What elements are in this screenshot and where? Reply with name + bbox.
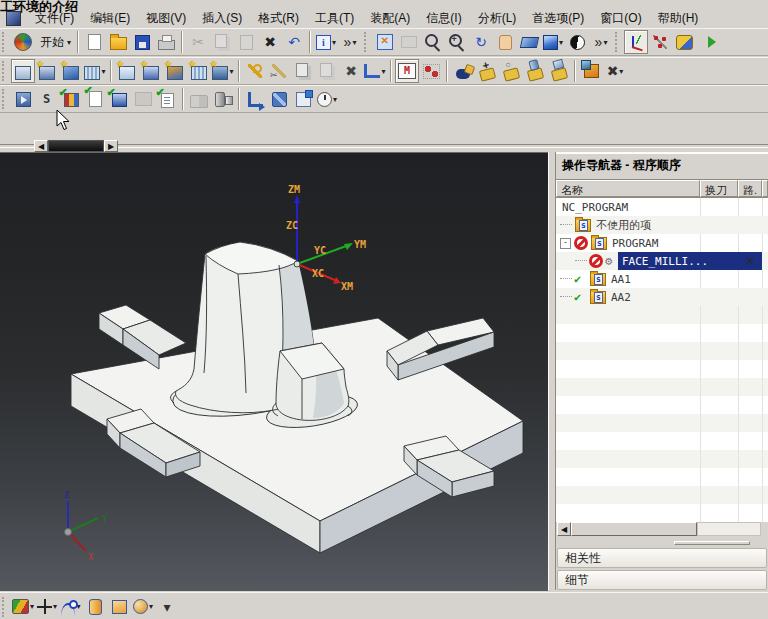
open-file-icon[interactable] xyxy=(106,30,130,54)
create-method-icon-dropdown[interactable]: ▾ xyxy=(101,67,105,76)
scrollbar-piece[interactable]: ◀ ▶ xyxy=(34,140,118,152)
snap-point-icon[interactable]: ▾ xyxy=(11,595,35,619)
information-icon[interactable]: ▾ xyxy=(314,30,338,54)
panel-scroll-left-button[interactable]: ◀ xyxy=(557,522,571,536)
plus-tag-icon[interactable] xyxy=(475,59,499,83)
snap-more-icon[interactable]: ▾ xyxy=(155,595,179,619)
search-tag-icon[interactable] xyxy=(499,59,523,83)
tree-row[interactable]: 不使用的项 xyxy=(556,216,768,234)
create-method-icon[interactable]: ▾ xyxy=(83,59,107,83)
simulate-icon[interactable] xyxy=(107,87,131,111)
section-details[interactable]: 细节 xyxy=(557,570,767,590)
toolbar-overflow-icon-dropdown[interactable]: ▾ xyxy=(352,38,356,47)
pan-icon[interactable] xyxy=(493,30,517,54)
create-geometry-icon[interactable] xyxy=(59,59,83,83)
menu-item-edit[interactable]: 编辑(E) xyxy=(82,8,138,29)
shaded-display-icon[interactable]: ▾ xyxy=(541,30,565,54)
edit-object-icon[interactable] xyxy=(139,59,163,83)
object-path-icon[interactable]: ▾ xyxy=(363,59,387,83)
verify-toolpath-icon[interactable] xyxy=(59,87,83,111)
undo-icon[interactable]: ↶ xyxy=(282,30,306,54)
panel-scroll-thumb[interactable] xyxy=(571,522,697,536)
create-block-icon[interactable] xyxy=(579,59,603,83)
delete-all-icon-dropdown[interactable]: ▾ xyxy=(619,67,623,76)
panel-splitter[interactable] xyxy=(548,152,556,590)
shaded-display-icon-dropdown[interactable]: ▾ xyxy=(559,38,563,47)
create-program-icon[interactable] xyxy=(11,59,35,83)
list-toolpath-icon[interactable] xyxy=(83,87,107,111)
column-header-2[interactable]: 路. xyxy=(738,180,762,197)
constraints-icon[interactable] xyxy=(648,30,672,54)
orient-view-icon[interactable] xyxy=(624,30,648,54)
toolbar-grip[interactable] xyxy=(364,32,370,52)
tool-display-icon[interactable] xyxy=(211,87,235,111)
menu-item-tools[interactable]: 工具(T) xyxy=(307,8,362,29)
new-file-icon[interactable] xyxy=(82,30,106,54)
start-menu-button[interactable]: 开始▾ xyxy=(35,30,74,54)
menu-item-help[interactable]: 帮助(H) xyxy=(650,8,707,29)
save-icon[interactable] xyxy=(130,30,154,54)
postprocess-icon[interactable] xyxy=(155,87,179,111)
menu-item-view[interactable]: 视图(V) xyxy=(138,8,194,29)
edit-display-icon[interactable] xyxy=(291,87,315,111)
tree-column-header[interactable]: 名称换刀路. xyxy=(556,180,768,197)
point-constructor-icon-dropdown[interactable]: ▾ xyxy=(53,602,57,611)
create-tool-icon[interactable] xyxy=(35,59,59,83)
tree-row[interactable]: ✔AA1 xyxy=(556,270,768,288)
toolbar-grip[interactable] xyxy=(2,597,8,617)
menu-item-assemblies[interactable]: 装配(A) xyxy=(362,8,418,29)
viewport-horizontal-scrollbar[interactable]: ◀ ▶ xyxy=(0,140,768,152)
expand-toggle[interactable]: - xyxy=(560,238,571,249)
menu-item-insert[interactable]: 插入(S) xyxy=(194,8,250,29)
nx-logo-icon[interactable] xyxy=(11,30,35,54)
panel-resize-handle[interactable] xyxy=(674,541,750,545)
graphics-viewport[interactable]: ZM ZC YC YM XC XM Z Y X xyxy=(0,152,548,591)
toolbar-grip[interactable] xyxy=(615,32,621,52)
scroll-left-button[interactable]: ◀ xyxy=(34,140,48,152)
zoom-region-icon[interactable] xyxy=(421,30,445,54)
menu-item-window[interactable]: 窗口(O) xyxy=(592,8,649,29)
create-operation-icon[interactable] xyxy=(115,59,139,83)
menu-item-analysis[interactable]: 分析(L) xyxy=(470,8,525,29)
sphere-snap-icon[interactable]: ▾ xyxy=(131,595,155,619)
delete-icon[interactable]: ✖ xyxy=(258,30,282,54)
toolbar-grip[interactable] xyxy=(2,61,8,81)
zoom-in-out-icon[interactable] xyxy=(445,30,469,54)
find-object-icon[interactable] xyxy=(451,59,475,83)
history-icon-dropdown[interactable]: ▾ xyxy=(333,95,337,104)
menu-item-information[interactable]: 信息(I) xyxy=(418,8,469,29)
curve-snap-icon[interactable]: ▾ xyxy=(59,595,83,619)
fit-view-icon[interactable] xyxy=(373,30,397,54)
panel-horizontal-scrollbar[interactable]: ◀ xyxy=(557,522,761,536)
object-path-icon-dropdown[interactable]: ▾ xyxy=(381,67,385,76)
delete-object-icon[interactable]: ✖ xyxy=(339,59,363,83)
menu-item-preferences[interactable]: 首选项(P) xyxy=(524,8,592,29)
output-clsf-icon[interactable] xyxy=(243,87,267,111)
clipped-edge-icon[interactable] xyxy=(696,30,720,54)
geometry-view-icon[interactable] xyxy=(187,59,211,83)
edit-wrench-icon[interactable] xyxy=(243,59,267,83)
copy-object-icon[interactable] xyxy=(291,59,315,83)
replay-toolpath-icon[interactable] xyxy=(35,87,59,111)
generate-toolpath-icon[interactable] xyxy=(11,87,35,111)
roles-icon[interactable] xyxy=(672,30,696,54)
print-icon[interactable] xyxy=(154,30,178,54)
sphere-snap-icon-dropdown[interactable]: ▾ xyxy=(149,602,153,611)
workpiece-icon[interactable]: ▾ xyxy=(211,59,235,83)
rotate-view-icon[interactable]: ↻ xyxy=(469,30,493,54)
section-dependencies[interactable]: 相关性 xyxy=(557,548,767,568)
toolpath-list-icon[interactable] xyxy=(395,59,419,83)
machine-group-icon[interactable] xyxy=(419,59,443,83)
view-overflow-icon[interactable]: »▾ xyxy=(589,30,613,54)
start-menu-button-dropdown[interactable]: ▾ xyxy=(67,38,71,47)
display-object-icon[interactable] xyxy=(163,59,187,83)
tree-row[interactable]: NC_PROGRAM xyxy=(556,198,768,216)
block-snap-icon[interactable] xyxy=(107,595,131,619)
view-overflow-icon-dropdown[interactable]: ▾ xyxy=(603,38,607,47)
tree-row[interactable]: -PROGRAM xyxy=(556,234,768,252)
point-constructor-icon[interactable]: ▾ xyxy=(35,595,59,619)
scroll-thumb[interactable] xyxy=(48,140,104,152)
column-header-1[interactable]: 换刀 xyxy=(700,180,738,197)
menu-item-format[interactable]: 格式(R) xyxy=(250,8,307,29)
tree-row[interactable]: ✔AA2 xyxy=(556,288,768,306)
